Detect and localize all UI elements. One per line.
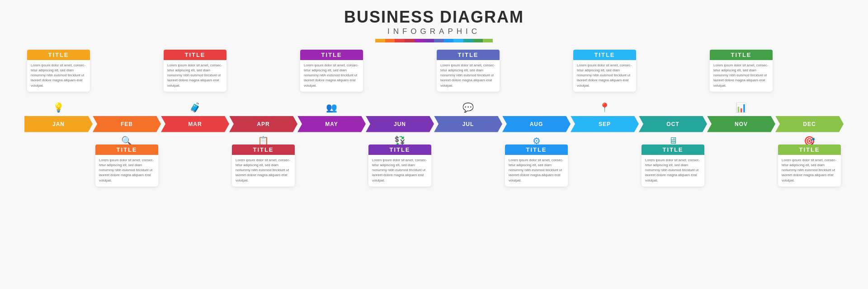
bot-card-slot-may (297, 144, 366, 186)
card-body-bot-jun: Lorem ipsum dolor sit amet, consec-tetur… (368, 155, 431, 184)
bot-card-slot-aug: TITLELorem ipsum dolor sit amet, consec-… (502, 144, 571, 186)
top-card-slot-nov: TITLELorem ipsum dolor sit amet, consec-… (707, 50, 775, 92)
bot-card-dec: TITLELorem ipsum dolor sit amet, consec-… (778, 144, 841, 186)
card-title-bot-aug: TITLE (505, 144, 568, 155)
card-title-bot-oct: TITLE (642, 144, 704, 155)
card-title-jan: TITLE (27, 50, 90, 60)
top-icon-slot-2: 🧳 (161, 99, 229, 116)
bot-card-slot-apr: TITLELorem ipsum dolor sit amet, consec-… (229, 144, 297, 186)
top-icon-slot-1 (93, 99, 161, 116)
timeline-nov: NOV (707, 116, 775, 132)
top-icon-jan: 💡 (53, 102, 64, 113)
top-card-slot-dec (775, 50, 844, 92)
card-body-bot-feb: Lorem ipsum dolor sit amet, consec-tetur… (95, 155, 158, 184)
card-title-sep: TITLE (573, 50, 636, 60)
card-body-nov: Lorem ipsum dolor sit amet, consec-tetur… (710, 60, 773, 89)
diagram: TITLELorem ipsum dolor sit amet, consec-… (14, 50, 854, 284)
top-icon-slot-9 (639, 99, 707, 116)
timeline-may: MAY (297, 116, 366, 132)
top-card-slot-jan: TITLELorem ipsum dolor sit amet, consec-… (24, 50, 93, 92)
bot-card-slot-mar (161, 144, 229, 186)
card-body-jan: Lorem ipsum dolor sit amet, consec-tetur… (27, 60, 90, 89)
main-title: BUSINESS DIAGRAM (344, 8, 524, 26)
bot-card-jun: TITLELorem ipsum dolor sit amet, consec-… (368, 144, 431, 186)
card-title-may: TITLE (300, 50, 363, 60)
card-title-bot-dec: TITLE (778, 144, 841, 155)
top-card-may: TITLELorem ipsum dolor sit amet, consec-… (300, 50, 363, 92)
timeline-jul: JUL (434, 116, 502, 132)
bot-card-feb: TITLELorem ipsum dolor sit amet, consec-… (95, 144, 158, 186)
top-icon-slot-10: 📊 (707, 99, 775, 116)
timeline-sep: SEP (571, 116, 639, 132)
card-body-bot-apr: Lorem ipsum dolor sit amet, consec-tetur… (232, 155, 295, 184)
bot-card-aug: TITLELorem ipsum dolor sit amet, consec-… (505, 144, 568, 186)
top-card-slot-aug (502, 50, 571, 92)
top-icon-slot-0: 💡 (24, 99, 93, 116)
card-body-jul: Lorem ipsum dolor sit amet, consec-tetur… (437, 60, 500, 89)
top-card-mar: TITLELorem ipsum dolor sit amet, consec-… (164, 50, 226, 92)
bot-card-slot-jul (434, 144, 502, 186)
top-card-slot-may: TITLELorem ipsum dolor sit amet, consec-… (297, 50, 366, 92)
bot-card-slot-nov (707, 144, 775, 186)
top-icon-sep: 📍 (599, 102, 610, 113)
bot-card-apr: TITLELorem ipsum dolor sit amet, consec-… (232, 144, 295, 186)
bot-card-oct: TITLELorem ipsum dolor sit amet, consec-… (642, 144, 704, 186)
top-card-slot-apr (229, 50, 297, 92)
cards-top: TITLELorem ipsum dolor sit amet, consec-… (24, 50, 844, 92)
timeline-feb: FEB (93, 116, 161, 132)
bot-card-slot-oct: TITLELorem ipsum dolor sit amet, consec-… (639, 144, 707, 186)
card-title-bot-jun: TITLE (368, 144, 431, 155)
bot-card-slot-dec: TITLELorem ipsum dolor sit amet, consec-… (775, 144, 844, 186)
top-icon-slot-6: 💬 (434, 99, 502, 116)
top-icon-slot-8: 📍 (571, 99, 639, 116)
card-body-bot-oct: Lorem ipsum dolor sit amet, consec-tetur… (642, 155, 704, 184)
card-body-sep: Lorem ipsum dolor sit amet, consec-tetur… (573, 60, 636, 89)
top-icon-mar: 🧳 (189, 102, 201, 113)
top-card-slot-jun (366, 50, 434, 92)
card-title-nov: TITLE (710, 50, 773, 60)
icons-top: 💡🧳👥💬📍📊 (24, 99, 844, 116)
card-body-may: Lorem ipsum dolor sit amet, consec-tetur… (300, 60, 363, 89)
timeline-mar: MAR (161, 116, 229, 132)
bot-card-slot-feb: TITLELorem ipsum dolor sit amet, consec-… (93, 144, 161, 186)
top-card-sep: TITLELorem ipsum dolor sit amet, consec-… (573, 50, 636, 92)
top-icon-slot-4: 👥 (297, 99, 366, 116)
top-icon-nov: 📊 (736, 102, 747, 113)
cards-bottom: TITLELorem ipsum dolor sit amet, consec-… (24, 144, 844, 186)
card-body-bot-aug: Lorem ipsum dolor sit amet, consec-tetur… (505, 155, 568, 184)
sub-title: INFOGRAPHIC (344, 27, 524, 36)
top-card-jul: TITLELorem ipsum dolor sit amet, consec-… (437, 50, 500, 92)
card-title-jul: TITLE (437, 50, 500, 60)
timeline: JANFEBMARAPRMAYJUNJULAUGSEPOCTNOVDEC (24, 116, 844, 132)
top-card-jan: TITLELorem ipsum dolor sit amet, consec-… (27, 50, 90, 92)
timeline-oct: OCT (639, 116, 707, 132)
bot-card-slot-jan (24, 144, 93, 186)
top-icon-slot-11 (775, 99, 844, 116)
card-title-bot-feb: TITLE (95, 144, 158, 155)
timeline-apr: APR (229, 116, 297, 132)
color-bar (375, 39, 493, 42)
timeline-jan: JAN (24, 116, 93, 132)
bot-card-slot-sep (571, 144, 639, 186)
page: BUSINESS DIAGRAM INFOGRAPHIC TITLELorem … (0, 0, 868, 289)
top-icon-slot-7 (502, 99, 571, 116)
top-card-slot-sep: TITLELorem ipsum dolor sit amet, consec-… (571, 50, 639, 92)
bot-card-slot-jun: TITLELorem ipsum dolor sit amet, consec-… (366, 144, 434, 186)
card-title-bot-apr: TITLE (232, 144, 295, 155)
header: BUSINESS DIAGRAM INFOGRAPHIC (344, 8, 524, 42)
timeline-jun: JUN (366, 116, 434, 132)
timeline-dec: DEC (775, 116, 844, 132)
top-icon-slot-3 (229, 99, 297, 116)
top-card-slot-feb (93, 50, 161, 92)
card-title-mar: TITLE (164, 50, 226, 60)
top-icon-slot-5 (366, 99, 434, 116)
top-icon-may: 👥 (326, 102, 337, 113)
top-card-slot-oct (639, 50, 707, 92)
top-card-slot-mar: TITLELorem ipsum dolor sit amet, consec-… (161, 50, 229, 92)
top-card-nov: TITLELorem ipsum dolor sit amet, consec-… (710, 50, 773, 92)
timeline-aug: AUG (502, 116, 571, 132)
top-card-slot-jul: TITLELorem ipsum dolor sit amet, consec-… (434, 50, 502, 92)
card-body-bot-dec: Lorem ipsum dolor sit amet, consec-tetur… (778, 155, 841, 184)
card-body-mar: Lorem ipsum dolor sit amet, consec-tetur… (164, 60, 226, 89)
top-icon-jul: 💬 (462, 102, 474, 113)
